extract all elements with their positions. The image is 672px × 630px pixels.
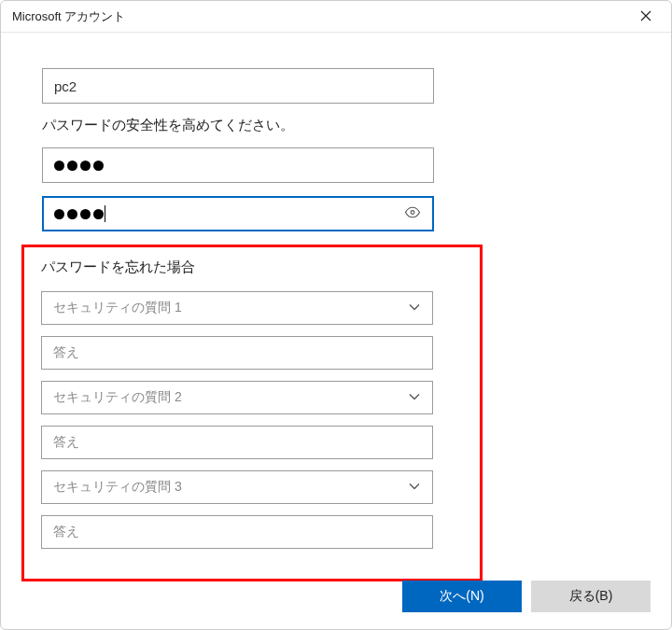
security-answer-3-input[interactable]: 答え: [41, 515, 433, 549]
password-masked: [54, 161, 104, 171]
titlebar: Microsoft アカウント: [1, 1, 671, 33]
security-answer-1-placeholder: 答え: [53, 344, 79, 361]
chevron-down-icon: [408, 480, 421, 496]
security-question-2-placeholder: セキュリティの質問 2: [53, 389, 182, 406]
security-answer-2-placeholder: 答え: [53, 434, 79, 451]
svg-point-0: [411, 211, 414, 215]
next-button[interactable]: 次へ(N): [402, 581, 522, 612]
chevron-down-icon: [408, 390, 421, 406]
password-input[interactable]: [42, 147, 434, 183]
confirm-password-masked: [54, 209, 104, 219]
footer: 次へ(N) 戻る(B): [402, 581, 651, 612]
username-input[interactable]: pc2: [42, 68, 434, 104]
reveal-password-icon[interactable]: [404, 204, 421, 224]
next-button-label: 次へ(N): [440, 588, 483, 605]
security-answer-2-input[interactable]: 答え: [41, 426, 433, 459]
chevron-down-icon: [408, 301, 421, 316]
security-answer-3-placeholder: 答え: [53, 524, 79, 540]
content: pc2 パスワードの安全性を高めてください。 パスワードを忘れた場合: [1, 33, 671, 581]
text-cursor: [105, 205, 105, 222]
username-value: pc2: [54, 78, 77, 94]
password-instruction: パスワードの安全性を高めてください。: [42, 117, 651, 134]
security-question-3-placeholder: セキュリティの質問 3: [53, 479, 182, 496]
forgot-title: パスワードを忘れた場合: [41, 259, 463, 276]
security-question-1-placeholder: セキュリティの質問 1: [53, 300, 182, 316]
back-button-label: 戻る(B): [569, 588, 613, 605]
window-title: Microsoft アカウント: [12, 8, 125, 25]
security-question-2-select[interactable]: セキュリティの質問 2: [41, 381, 433, 414]
security-question-3-select[interactable]: セキュリティの質問 3: [41, 470, 433, 504]
security-question-1-select[interactable]: セキュリティの質問 1: [41, 291, 433, 325]
close-button[interactable]: [624, 3, 667, 31]
close-icon: [640, 8, 651, 25]
security-answer-1-input[interactable]: 答え: [41, 336, 433, 370]
confirm-password-input[interactable]: [42, 196, 434, 231]
back-button[interactable]: 戻る(B): [531, 581, 651, 612]
forgot-password-section: パスワードを忘れた場合 セキュリティの質問 1 答え セキュリティの質問 2 答…: [21, 245, 483, 581]
window: Microsoft アカウント pc2 パスワードの安全性を高めてください。: [0, 0, 672, 630]
